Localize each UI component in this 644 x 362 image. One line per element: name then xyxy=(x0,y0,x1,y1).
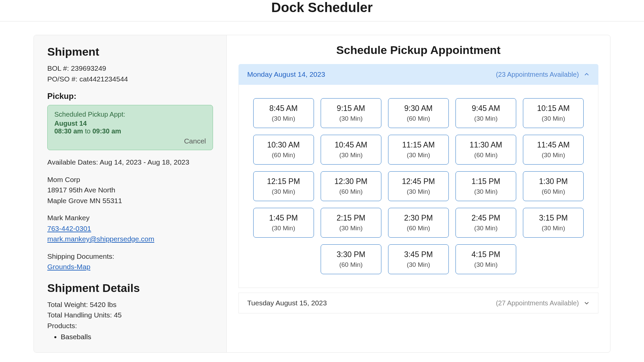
docs-link[interactable]: Grounds-Map xyxy=(47,263,90,270)
weight-label: Total Weight: xyxy=(47,301,90,308)
time-slot[interactable]: 10:15 AM(30 Min) xyxy=(523,98,584,128)
cancel-button[interactable]: Cancel xyxy=(54,137,206,145)
slot-time: 4:15 PM xyxy=(459,250,513,259)
contact-name: Mark Mankey xyxy=(47,213,213,223)
time-slot[interactable]: 11:45 AM(30 Min) xyxy=(523,135,584,165)
day-header[interactable]: Monday August 14, 2023(23 Appointments A… xyxy=(238,64,598,85)
slot-duration: (30 Min) xyxy=(324,115,378,122)
time-slot[interactable]: 2:30 PM(60 Min) xyxy=(388,208,449,238)
address-line1: 18917 95th Ave North xyxy=(47,185,213,195)
slot-duration: (60 Min) xyxy=(324,188,378,195)
contact-phone-link[interactable]: 763-442-0301 xyxy=(47,225,91,232)
slot-duration: (30 Min) xyxy=(392,188,445,195)
slot-duration: (60 Min) xyxy=(459,152,513,159)
time-slot[interactable]: 2:15 PM(30 Min) xyxy=(321,208,381,238)
time-slot[interactable]: 1:15 PM(30 Min) xyxy=(455,171,516,201)
poso-line: PO/SO #: cat4421234544 xyxy=(47,74,213,84)
time-slot[interactable]: 1:45 PM(30 Min) xyxy=(253,208,314,238)
slot-time: 3:30 PM xyxy=(324,250,378,259)
slot-duration: (30 Min) xyxy=(459,261,513,268)
slot-duration: (30 Min) xyxy=(392,261,445,268)
day-header[interactable]: Tuesday August 15, 2023(27 Appointments … xyxy=(238,293,598,313)
slot-duration: (60 Min) xyxy=(257,152,310,159)
scheduled-from: 08:30 am xyxy=(54,127,83,135)
slot-duration: (30 Min) xyxy=(392,152,445,159)
time-slot[interactable]: 1:30 PM(60 Min) xyxy=(523,171,584,201)
slot-time: 9:45 AM xyxy=(459,104,513,113)
time-slot[interactable]: 9:15 AM(30 Min) xyxy=(321,98,381,128)
slot-time: 12:30 PM xyxy=(324,177,378,186)
chevron-down-icon xyxy=(584,300,590,306)
scheduled-pickup-box: Scheduled Pickup Appt: August 14 08:30 a… xyxy=(47,105,213,150)
scheduled-date: August 14 xyxy=(54,120,206,127)
bol-value: 239693249 xyxy=(71,64,106,72)
slot-time: 12:45 PM xyxy=(392,177,445,186)
shipment-heading: Shipment xyxy=(47,45,213,58)
slot-time: 9:15 AM xyxy=(324,104,378,113)
time-slot[interactable]: 8:45 AM(30 Min) xyxy=(253,98,314,128)
slot-duration: (30 Min) xyxy=(257,225,310,232)
slot-duration: (30 Min) xyxy=(527,225,580,232)
time-slot[interactable]: 11:30 AM(60 Min) xyxy=(455,135,516,165)
time-slot[interactable]: 9:30 AM(60 Min) xyxy=(388,98,449,128)
slot-time: 11:15 AM xyxy=(392,140,445,149)
page-title: Dock Scheduler xyxy=(0,0,644,15)
time-slot[interactable]: 3:15 PM(30 Min) xyxy=(523,208,584,238)
slot-time: 10:30 AM xyxy=(257,140,310,149)
products-label: Products: xyxy=(47,320,213,331)
time-slot[interactable]: 12:15 PM(30 Min) xyxy=(253,171,314,201)
slot-duration: (60 Min) xyxy=(392,225,445,232)
slot-time: 12:15 PM xyxy=(257,177,310,186)
slot-duration: (30 Min) xyxy=(459,188,513,195)
documents-block: Shipping Documents: Grounds-Map xyxy=(47,251,213,272)
sidebar: Shipment BOL #: 239693249 PO/SO #: cat44… xyxy=(34,35,227,352)
slot-duration: (30 Min) xyxy=(324,152,378,159)
slot-time: 3:15 PM xyxy=(527,214,580,223)
time-slot[interactable]: 9:45 AM(30 Min) xyxy=(455,98,516,128)
slot-time: 10:45 AM xyxy=(324,140,378,149)
time-slot[interactable]: 2:45 PM(30 Min) xyxy=(455,208,516,238)
time-slot[interactable]: 10:45 AM(30 Min) xyxy=(321,135,381,165)
slot-time: 1:45 PM xyxy=(257,214,310,223)
units-label: Total Handling Units: xyxy=(47,311,114,319)
contact-block: Mark Mankey 763-442-0301 mark.mankey@shi… xyxy=(47,213,213,244)
slot-time: 2:15 PM xyxy=(324,214,378,223)
day-label: Tuesday August 15, 2023 xyxy=(247,299,327,307)
details-heading: Shipment Details xyxy=(47,282,213,295)
units-value: 45 xyxy=(114,311,121,319)
slot-time: 9:30 AM xyxy=(392,104,445,113)
main-container: Shipment BOL #: 239693249 PO/SO #: cat44… xyxy=(34,35,610,353)
products-list: Baseballs xyxy=(47,331,213,342)
slot-duration: (30 Min) xyxy=(527,115,580,122)
time-slot[interactable]: 4:15 PM(30 Min) xyxy=(455,244,516,274)
time-slot[interactable]: 11:15 AM(30 Min) xyxy=(388,135,449,165)
appointments-available: (23 Appointments Available) xyxy=(496,71,579,78)
scheduled-to-word: to xyxy=(83,127,93,135)
poso-label: PO/SO #: xyxy=(47,75,79,83)
slot-time: 1:15 PM xyxy=(459,177,513,186)
time-slot[interactable]: 12:45 PM(30 Min) xyxy=(388,171,449,201)
contact-email-link[interactable]: mark.mankey@shippersedge.com xyxy=(47,235,154,243)
scheduled-time: 08:30 am to 09:30 am xyxy=(54,127,206,135)
company-block: Mom Corp 18917 95th Ave North Maple Grov… xyxy=(47,174,213,206)
bol-label: BOL #: xyxy=(47,64,71,72)
docs-label: Shipping Documents: xyxy=(47,251,213,262)
time-slot[interactable]: 12:30 PM(60 Min) xyxy=(321,171,381,201)
scheduled-label: Scheduled Pickup Appt: xyxy=(54,111,206,118)
time-slots-grid: 8:45 AM(30 Min)9:15 AM(30 Min)9:30 AM(60… xyxy=(238,85,598,288)
slot-time: 2:45 PM xyxy=(459,214,513,223)
slot-time: 8:45 AM xyxy=(257,104,310,113)
slot-time: 1:30 PM xyxy=(527,177,580,186)
weight-value: 5420 lbs xyxy=(90,301,116,308)
slot-duration: (60 Min) xyxy=(527,188,580,195)
scheduled-to: 09:30 am xyxy=(92,127,121,135)
chevron-up-icon xyxy=(584,71,590,77)
company-name: Mom Corp xyxy=(47,174,213,185)
bol-line: BOL #: 239693249 xyxy=(47,63,213,74)
time-slot[interactable]: 3:45 PM(30 Min) xyxy=(388,244,449,274)
main-panel: Schedule Pickup Appointment Monday Augus… xyxy=(227,35,610,352)
slot-time: 11:30 AM xyxy=(459,140,513,149)
time-slot[interactable]: 10:30 AM(60 Min) xyxy=(253,135,314,165)
time-slot[interactable]: 3:30 PM(60 Min) xyxy=(321,244,381,274)
slot-time: 2:30 PM xyxy=(392,214,445,223)
